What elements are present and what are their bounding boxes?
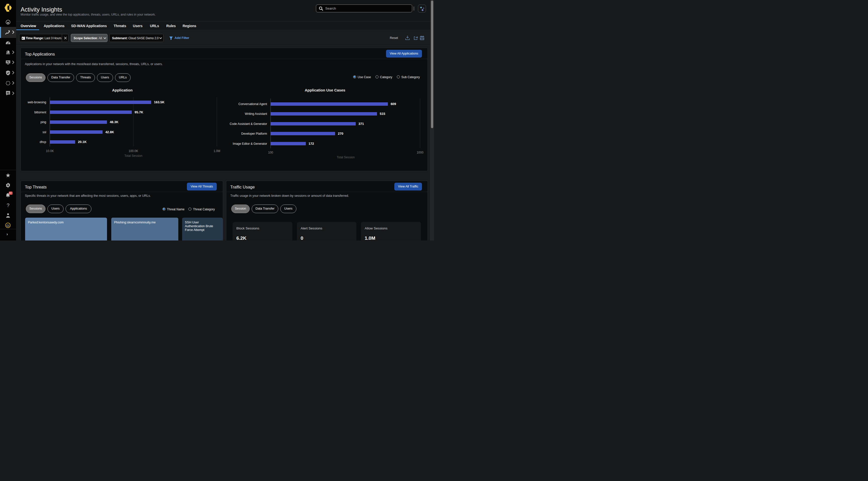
svg-text:Image Editor & Generator: Image Editor & Generator (233, 142, 267, 146)
svg-text:Application Use Cases: Application Use Cases (305, 88, 345, 92)
svg-text:1.0M: 1.0M (214, 149, 220, 153)
svg-text:Total Session: Total Session (124, 154, 142, 157)
svg-text:Developer Platform: Developer Platform (241, 132, 267, 136)
svg-text:ping: ping (40, 120, 46, 124)
svg-text:515: 515 (380, 112, 385, 116)
svg-text:dhcp: dhcp (40, 140, 46, 144)
svg-text:web-browsing: web-browsing (27, 100, 46, 104)
svg-text:95.7K: 95.7K (135, 110, 144, 114)
svg-text:1000: 1000 (417, 151, 424, 154)
svg-text:42.8K: 42.8K (105, 130, 114, 134)
svg-text:Conversational Agent: Conversational Agent (238, 102, 267, 106)
svg-text:48.3K: 48.3K (110, 120, 119, 124)
svg-text:Application: Application (112, 88, 133, 92)
svg-text:100: 100 (268, 151, 273, 154)
svg-text:Total Session: Total Session (337, 156, 354, 159)
svg-text:371: 371 (359, 122, 364, 126)
svg-text:609: 609 (391, 102, 396, 106)
svg-text:270: 270 (338, 132, 343, 136)
svg-text:20.1K: 20.1K (78, 140, 87, 144)
svg-text:Writing Assistant: Writing Assistant (245, 112, 267, 116)
svg-text:10.0K: 10.0K (46, 149, 54, 153)
svg-text:bittorrent: bittorrent (34, 111, 46, 114)
svg-text:163.5K: 163.5K (154, 100, 165, 104)
svg-text:172: 172 (309, 142, 314, 146)
svg-text:100.0K: 100.0K (129, 149, 138, 153)
svg-text:ssl: ssl (42, 130, 46, 134)
svg-text:Code Assistant & Generator: Code Assistant & Generator (230, 122, 267, 126)
